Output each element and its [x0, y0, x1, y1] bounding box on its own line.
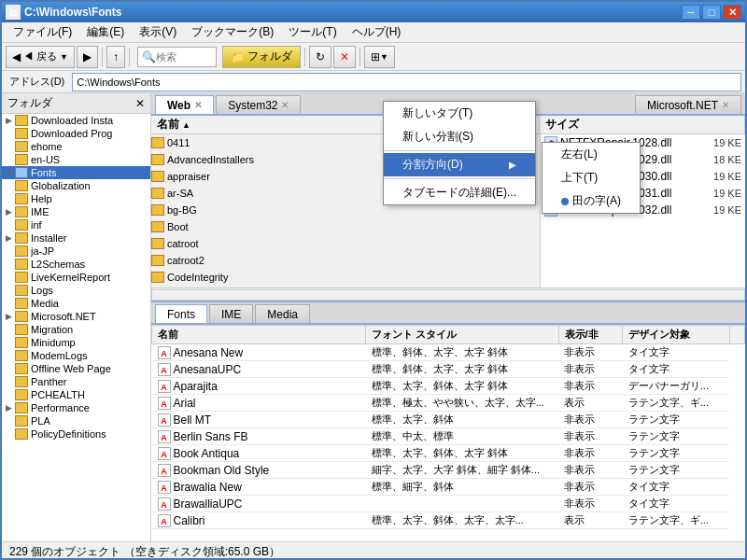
hscroll-track[interactable]	[151, 289, 745, 301]
tab-web[interactable]: Web ✕	[155, 95, 214, 114]
menu-bookmark[interactable]: ブックマーク(B)	[184, 22, 281, 42]
context-menu-new-split[interactable]: 新しい分割(S)	[384, 125, 535, 148]
table-row[interactable]: ABerlin Sans FB 標準、中太、標準 非表示 ラテン文字	[152, 428, 745, 445]
search-input[interactable]	[156, 51, 212, 63]
font-col-name[interactable]: 名前	[152, 326, 366, 344]
table-row[interactable]: ABook Antiqua 標準、太字、斜体、太字 斜体 非表示 ラテン文字	[152, 445, 745, 462]
font-icon: A	[158, 380, 171, 393]
tab-close-web[interactable]: ✕	[194, 100, 202, 110]
maximize-button[interactable]: □	[702, 5, 721, 20]
table-row[interactable]: AAnesanaUPC 標準、斜体、太字、太字 斜体 非表示 タイ文字	[152, 361, 745, 378]
list-item[interactable]: CodeIntegrity	[151, 269, 540, 286]
sidebar-item-installer[interactable]: ▶ Installer	[2, 231, 150, 245]
font-col-scroll	[729, 326, 744, 344]
tab-microsoft-net[interactable]: Microsoft.NET ✕	[635, 95, 741, 114]
sidebar-item-policydefinitions[interactable]: PolicyDefinitions	[2, 427, 150, 441]
sidebar-item-downloaded-insta[interactable]: ▶ Downloaded Insta	[2, 114, 150, 127]
table-row[interactable]: ABrawalliaUPC 非表示 タイ文字	[152, 496, 745, 512]
tab-system32[interactable]: System32 ✕	[216, 95, 301, 114]
address-input[interactable]	[72, 73, 741, 91]
submenu-left-right[interactable]: 左右(L)	[543, 143, 640, 166]
close-button[interactable]: ✕	[723, 5, 741, 20]
list-item[interactable]: Boot	[151, 218, 540, 235]
sidebar-item-media[interactable]: Media	[2, 297, 150, 310]
folder-icon	[15, 154, 28, 165]
up-button[interactable]: ↑	[106, 46, 125, 68]
minimize-button[interactable]: ─	[682, 5, 700, 20]
sidebar-item-label: Minidump	[31, 337, 76, 348]
sidebar-item-label: ja-JP	[31, 245, 54, 257]
expand-icon: ▶	[6, 403, 15, 413]
table-row[interactable]: ABell MT 標準、太字、斜体 非表示 ラテン文字	[152, 412, 745, 428]
font-col-show[interactable]: 表示/非	[558, 326, 623, 344]
menu-view[interactable]: 表示(V)	[132, 22, 184, 42]
sidebar-item-globalization[interactable]: Globalization	[2, 179, 150, 192]
menu-help[interactable]: ヘルプ(H)	[345, 22, 409, 42]
menu-file[interactable]: ファイル(F)	[6, 22, 79, 42]
sidebar-item-minidump[interactable]: Minidump	[2, 336, 150, 349]
submenu-top-bottom[interactable]: 上下(T)	[543, 166, 640, 189]
folder-icon	[15, 337, 28, 348]
font-col-design[interactable]: デザイン対象	[623, 326, 730, 344]
list-item[interactable]: catroot	[151, 235, 540, 252]
submenu-grid[interactable]: 田の字(A)	[543, 189, 640, 213]
delete-button[interactable]: ✕	[333, 46, 356, 68]
statusbar-text: 229 個のオブジェクト （空きディスク領域:65.0 GB）	[9, 544, 280, 560]
tab-fonts[interactable]: Fonts	[155, 304, 207, 323]
horizontal-scrollbar[interactable]	[151, 287, 745, 301]
sidebar-item-help[interactable]: Help	[2, 192, 150, 205]
sidebar-item-ehome[interactable]: ehome	[2, 140, 150, 153]
font-col-style[interactable]: フォント スタイル	[366, 326, 558, 344]
table-row[interactable]: ACalibri 標準、太字、斜体、太字、太字... 表示 ラテン文字、ギ...	[152, 512, 745, 529]
context-menu-tab-details[interactable]: タブモードの詳細(E)...	[384, 181, 535, 204]
refresh-button[interactable]: ↻	[309, 46, 331, 68]
sidebar-item-ime[interactable]: ▶ IME	[2, 205, 150, 218]
sidebar-item-label: Globalization	[31, 180, 91, 191]
table-row[interactable]: AAnesana New 標準、斜体、太字、太字 斜体 非表示 タイ文字	[152, 344, 745, 361]
sidebar-item-fonts[interactable]: ▼ Fonts	[2, 166, 150, 179]
font-icon: A	[158, 397, 171, 410]
sidebar-item-performance[interactable]: ▶ Performance	[2, 401, 150, 414]
sidebar-item-modemlogs[interactable]: ModemLogs	[2, 349, 150, 362]
tab-media[interactable]: Media	[255, 304, 310, 323]
context-menu-split-direction[interactable]: 分割方向(D) ▶	[384, 153, 535, 176]
sidebar-item-panther[interactable]: Panther	[2, 375, 150, 388]
folder-icon	[15, 415, 28, 427]
menu-tools[interactable]: ツール(T)	[281, 22, 344, 42]
table-row[interactable]: AAparajita 標準、太字、斜体、太字 斜体 非表示 デーバナーガリ...	[152, 378, 745, 395]
sidebar-item-inf[interactable]: inf	[2, 218, 150, 231]
sidebar-item-offline-web-page[interactable]: Offline Web Page	[2, 362, 150, 375]
sidebar-item-logs[interactable]: Logs	[2, 284, 150, 297]
sidebar-item-l2schemas[interactable]: L2Schemas	[2, 258, 150, 271]
sidebar-item-microsoft-net[interactable]: ▶ Microsoft.NET	[2, 310, 150, 323]
folder-icon	[151, 238, 164, 249]
sidebar-close-icon[interactable]: ✕	[135, 97, 145, 110]
back-button[interactable]: ◀ ◀ 戻る ▼	[6, 46, 75, 68]
tab-ime[interactable]: IME	[209, 304, 253, 323]
folder-icon	[15, 180, 28, 191]
sidebar-item-label: PCHEALTH	[31, 389, 85, 400]
sidebar-item-livekernelreport[interactable]: LiveKernelReport	[2, 271, 150, 284]
sidebar-item-pchealth[interactable]: PCHEALTH	[2, 388, 150, 401]
menu-edit[interactable]: 編集(E)	[79, 22, 132, 42]
up-icon: ↑	[113, 50, 119, 63]
view-button[interactable]: ⊞ ▼	[364, 46, 395, 68]
sidebar-item-downloaded-prog[interactable]: Downloaded Prog	[2, 127, 150, 140]
table-row[interactable]: ABookman Old Style 細字、太字、大字 斜体、細字 斜体... …	[152, 462, 745, 479]
sidebar-item-migration[interactable]: Migration	[2, 323, 150, 336]
tab-close-microsoft-net[interactable]: ✕	[722, 100, 729, 110]
tab-close-system32[interactable]: ✕	[281, 100, 289, 110]
table-row[interactable]: ABrawalia New 標準、細字、斜体 非表示 タイ文字	[152, 479, 745, 496]
context-menu-new-tab[interactable]: 新しいタブ(T)	[384, 102, 535, 125]
sidebar-item-label: Offline Web Page	[31, 363, 111, 374]
sidebar-item-pla[interactable]: PLA	[2, 414, 150, 427]
table-row[interactable]: AArial 標準、極太、やや狭い、太字、太字... 表示 ラテン文字、ギ...	[152, 395, 745, 412]
list-item[interactable]: catroot2	[151, 252, 540, 269]
col-header-size[interactable]: サイズ	[540, 116, 745, 133]
sidebar-item-en-us[interactable]: en-US	[2, 153, 150, 166]
expand-icon: ▶	[6, 233, 15, 243]
folder-button[interactable]: 📁 フォルダ	[222, 46, 301, 68]
sidebar-item-ja-jp[interactable]: ja-JP	[2, 245, 150, 258]
sidebar-item-label: ehome	[31, 141, 63, 152]
forward-button[interactable]: ▶	[77, 46, 98, 68]
